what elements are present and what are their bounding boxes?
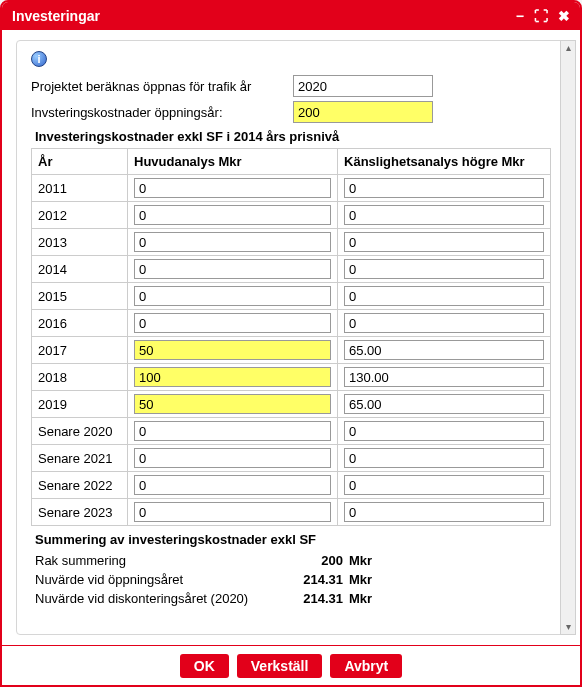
- main-cell: [128, 283, 338, 310]
- summary-row: Rak summering200Mkr: [35, 553, 551, 568]
- sensitivity-analysis-input[interactable]: [344, 178, 544, 198]
- main-analysis-input[interactable]: [134, 259, 331, 279]
- table-row: Senare 2022: [32, 472, 551, 499]
- sens-cell: [338, 499, 551, 526]
- sensitivity-analysis-input[interactable]: [344, 259, 544, 279]
- main-cell: [128, 364, 338, 391]
- dialog-footer: OK Verkställ Avbryt: [2, 645, 580, 685]
- main-cell: [128, 229, 338, 256]
- main-cell: [128, 175, 338, 202]
- main-cell: [128, 337, 338, 364]
- year-cell: 2015: [32, 283, 128, 310]
- main-analysis-input[interactable]: [134, 340, 331, 360]
- table-title: Investeringskostnader exkl SF i 2014 års…: [35, 129, 551, 144]
- sensitivity-analysis-input[interactable]: [344, 367, 544, 387]
- main-analysis-input[interactable]: [134, 232, 331, 252]
- apply-button[interactable]: Verkställ: [237, 654, 323, 678]
- sensitivity-analysis-input[interactable]: [344, 205, 544, 225]
- main-cell: [128, 472, 338, 499]
- year-cell: 2013: [32, 229, 128, 256]
- year-cell: 2016: [32, 310, 128, 337]
- year-cell: Senare 2023: [32, 499, 128, 526]
- summary-unit: Mkr: [343, 553, 372, 568]
- main-cell: [128, 256, 338, 283]
- summary-value: 214.31: [291, 591, 343, 606]
- inner-panel: i Projektet beräknas öppnas för trafik å…: [16, 40, 574, 635]
- year-cell: 2018: [32, 364, 128, 391]
- sens-cell: [338, 364, 551, 391]
- table-row: 2015: [32, 283, 551, 310]
- summary-title: Summering av investeringskostnader exkl …: [35, 532, 551, 547]
- traffic-year-input[interactable]: [293, 75, 433, 97]
- cost-open-input[interactable]: [293, 101, 433, 123]
- col-sens-header: Känslighetsanalys högre Mkr: [338, 149, 551, 175]
- content-area: i Projektet beräknas öppnas för trafik å…: [2, 30, 580, 645]
- main-analysis-input[interactable]: [134, 286, 331, 306]
- main-analysis-input[interactable]: [134, 313, 331, 333]
- scroll-up-icon[interactable]: ▴: [561, 41, 575, 55]
- table-row: 2019: [32, 391, 551, 418]
- sensitivity-analysis-input[interactable]: [344, 232, 544, 252]
- main-cell: [128, 310, 338, 337]
- sens-cell: [338, 310, 551, 337]
- year-cell: 2017: [32, 337, 128, 364]
- dialog-window: Investeringar − ⛶ ✖ i Projektet beräknas…: [0, 0, 582, 687]
- table-row: Senare 2023: [32, 499, 551, 526]
- sensitivity-analysis-input[interactable]: [344, 286, 544, 306]
- summary-row: Nuvärde vid öppningsåret214.31Mkr: [35, 572, 551, 587]
- main-cell: [128, 418, 338, 445]
- summary-label: Nuvärde vid diskonteringsåret (2020): [35, 591, 291, 606]
- sensitivity-analysis-input[interactable]: [344, 313, 544, 333]
- year-cell: 2014: [32, 256, 128, 283]
- table-row: 2018: [32, 364, 551, 391]
- table-row: Senare 2021: [32, 445, 551, 472]
- main-analysis-input[interactable]: [134, 178, 331, 198]
- cancel-button[interactable]: Avbryt: [330, 654, 402, 678]
- main-analysis-input[interactable]: [134, 394, 331, 414]
- main-analysis-input[interactable]: [134, 421, 331, 441]
- main-analysis-input[interactable]: [134, 205, 331, 225]
- traffic-year-label: Projektet beräknas öppnas för trafik år: [31, 79, 287, 94]
- main-analysis-input[interactable]: [134, 475, 331, 495]
- table-row: 2014: [32, 256, 551, 283]
- sens-cell: [338, 391, 551, 418]
- titlebar: Investeringar − ⛶ ✖: [2, 2, 580, 30]
- close-icon[interactable]: ✖: [558, 9, 570, 23]
- main-cell: [128, 445, 338, 472]
- main-analysis-input[interactable]: [134, 367, 331, 387]
- sensitivity-analysis-input[interactable]: [344, 394, 544, 414]
- ok-button[interactable]: OK: [180, 654, 229, 678]
- year-cell: Senare 2021: [32, 445, 128, 472]
- summary-block: Rak summering200MkrNuvärde vid öppningså…: [35, 553, 551, 606]
- year-cell: 2011: [32, 175, 128, 202]
- info-icon[interactable]: i: [31, 51, 47, 67]
- sens-cell: [338, 337, 551, 364]
- year-cell: Senare 2022: [32, 472, 128, 499]
- summary-value: 214.31: [291, 572, 343, 587]
- sens-cell: [338, 202, 551, 229]
- sensitivity-analysis-input[interactable]: [344, 340, 544, 360]
- table-row: 2011: [32, 175, 551, 202]
- sensitivity-analysis-input[interactable]: [344, 448, 544, 468]
- maximize-icon[interactable]: ⛶: [534, 9, 548, 23]
- summary-unit: Mkr: [343, 591, 372, 606]
- minimize-icon[interactable]: −: [516, 9, 524, 23]
- scrollbar[interactable]: ▴ ▾: [560, 40, 576, 635]
- main-analysis-input[interactable]: [134, 448, 331, 468]
- sens-cell: [338, 472, 551, 499]
- sens-cell: [338, 283, 551, 310]
- sensitivity-analysis-input[interactable]: [344, 502, 544, 522]
- table-row: 2016: [32, 310, 551, 337]
- main-cell: [128, 499, 338, 526]
- main-analysis-input[interactable]: [134, 502, 331, 522]
- sens-cell: [338, 418, 551, 445]
- sensitivity-analysis-input[interactable]: [344, 421, 544, 441]
- summary-value: 200: [291, 553, 343, 568]
- col-main-header: Huvudanalys Mkr: [128, 149, 338, 175]
- table-row: 2017: [32, 337, 551, 364]
- sensitivity-analysis-input[interactable]: [344, 475, 544, 495]
- summary-label: Nuvärde vid öppningsåret: [35, 572, 291, 587]
- table-row: 2012: [32, 202, 551, 229]
- main-cell: [128, 391, 338, 418]
- scroll-down-icon[interactable]: ▾: [561, 620, 575, 634]
